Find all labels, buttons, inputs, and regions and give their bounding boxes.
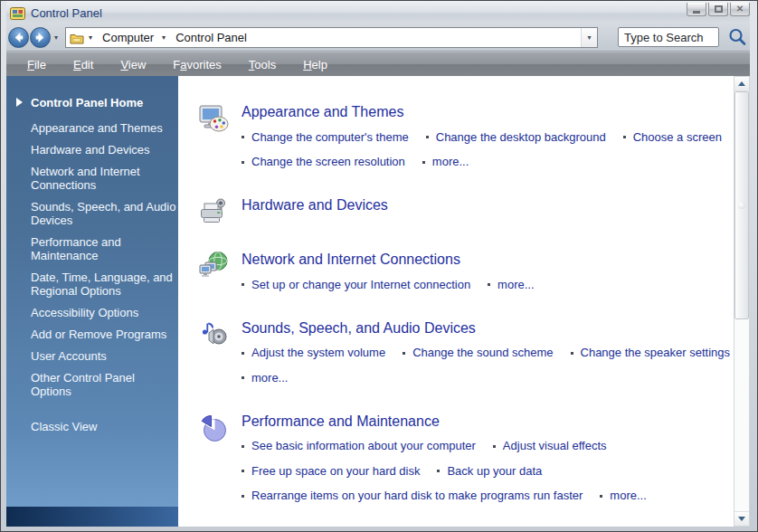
task-link[interactable]: Rearrange items on your hard disk to mak… [251,485,583,507]
sidebar-item-accessibility-options[interactable]: Accessibility Options [6,306,176,319]
bullet-icon [242,136,244,138]
window-title: Control Panel [31,6,102,20]
search-input[interactable] [619,28,718,46]
recent-pages-dropdown[interactable]: ▾ [54,33,58,42]
menu-help[interactable]: Help [289,58,341,71]
sidebar-item-control-panel-home[interactable]: Control Panel Home [6,96,178,109]
task-link-row: See basic information about your compute… [242,432,664,458]
sidebar-item-hardware-and-devices[interactable]: Hardware and Devices [6,143,176,157]
category-title[interactable]: Sounds, Speech, and Audio Devices [242,320,734,337]
task-link[interactable]: See basic information about your compute… [251,435,476,457]
task-link[interactable]: Change the speaker settings [581,342,731,364]
bullet-icon [437,470,440,472]
scrollbar-thumb[interactable] [734,91,749,319]
sidebar-item-classic-view[interactable]: Classic View [6,420,176,433]
task-link-item: Change the speaker settings [571,342,731,364]
performance-icon[interactable] [198,413,231,443]
task-link[interactable]: Change the computer's theme [251,127,409,148]
sidebar-item-other-control-panel-options[interactable]: Other Control Panel Options [6,371,176,398]
task-link[interactable]: Choose a screen [633,127,722,148]
task-link-item: Choose a screen [623,127,722,148]
magnifier-icon[interactable] [726,26,748,48]
back-button[interactable] [8,27,29,48]
address-bar[interactable]: ▾ Computer ▾ Control Panel ▾ [65,27,598,48]
category-body: Sounds, Speech, and Audio DevicesAdjust … [242,319,734,389]
category-list: Appearance and ThemesChange the computer… [178,76,734,527]
task-link[interactable]: more... [497,274,534,296]
task-link-row: Change the screen resolutionmore... [242,148,734,174]
task-link[interactable]: Set up or change your Internet connectio… [251,274,470,296]
task-link-item: more... [242,367,288,389]
menu-edit[interactable]: Edit [60,58,107,71]
task-link[interactable]: more... [251,367,288,389]
bullet-icon [403,352,405,355]
task-link[interactable]: more... [610,485,646,507]
control-panel-icon [10,6,25,20]
sidebar-item-appearance-and-themes[interactable]: Appearance and Themes [6,121,176,135]
bullet-icon [242,376,244,379]
category-body: Performance and MaintenanceSee basic inf… [242,413,664,508]
category-title[interactable]: Hardware and Devices [242,197,388,214]
address-history-dropdown[interactable]: ▾ [581,28,597,47]
task-link[interactable]: Change the screen resolution [251,151,405,173]
sidebar-item-performance-and-maintenance[interactable]: Performance and Maintenance [6,235,176,262]
task-link[interactable]: Change the desktop background [436,127,606,148]
bullet-icon [493,445,496,448]
menu-favorites[interactable]: Favorites [159,58,234,71]
scroll-down-icon [738,517,745,521]
menu-file[interactable]: File [14,58,60,71]
task-link-item: Set up or change your Internet connectio… [242,274,470,296]
breadcrumb-control-panel[interactable]: Control Panel [172,31,251,44]
bullet-icon [242,283,244,286]
task-link[interactable]: Adjust visual effects [503,435,607,457]
vertical-scrollbar[interactable] [734,76,750,527]
scrollbar-up-button[interactable] [734,77,749,91]
appearance-icon[interactable] [198,103,231,134]
task-link[interactable]: Free up space on your hard disk [251,461,420,482]
task-link-item: Change the sound scheme [403,342,553,364]
breadcrumb-separator-icon[interactable]: ▾ [162,33,166,42]
breadcrumb-computer[interactable]: Computer [99,31,157,44]
minimize-button[interactable] [687,3,706,16]
selected-arrow-icon [16,98,23,107]
menu-view[interactable]: View [107,58,159,71]
main-area: Control Panel Home Appearance and Themes… [6,76,750,527]
close-button[interactable]: ✕ [730,3,750,16]
forward-button[interactable] [30,27,51,48]
sidebar-item-sounds-speech-and-audio-devices[interactable]: Sounds, Speech, and Audio Devices [6,200,176,227]
category-title[interactable]: Performance and Maintenance [242,413,664,430]
task-link-row: Change the computer's themeChange the de… [242,123,734,148]
scrollbar-grip-icon [738,202,745,209]
bullet-icon [571,352,573,355]
address-icon-dropdown[interactable]: ▾ [89,33,92,42]
task-link[interactable]: more... [432,151,469,173]
category-body: Network and Internet ConnectionsSet up o… [242,251,552,296]
maximize-button[interactable] [708,3,728,16]
sidebar-item-add-or-remove-programs[interactable]: Add or Remove Programs [6,328,176,341]
task-link[interactable]: Back up your data [447,461,542,482]
hardware-icon[interactable] [198,196,231,227]
task-link-item: more... [600,485,646,507]
bullet-icon [600,495,602,498]
category-title[interactable]: Network and Internet Connections [242,252,552,268]
network-icon[interactable] [198,251,231,281]
search-box[interactable] [618,27,719,47]
task-link[interactable]: Adjust the system volume [251,342,385,364]
category-section: Sounds, Speech, and Audio DevicesAdjust … [198,319,734,389]
sounds-icon[interactable] [198,319,231,350]
scrollbar-down-button[interactable] [734,511,749,526]
maximize-icon [715,5,723,13]
menu-tools[interactable]: Tools [235,58,289,71]
bullet-icon [242,352,244,355]
scrollbar-track[interactable] [734,91,749,511]
category-title[interactable]: Appearance and Themes [242,104,734,120]
task-link[interactable]: Change the sound scheme [412,342,553,364]
task-link-row: Free up space on your hard diskBack up y… [242,457,664,482]
sidebar-item-network-and-internet-connections[interactable]: Network and Internet Connections [6,165,176,192]
sidebar-item-date-time-language-and-regional-options[interactable]: Date, Time, Language, and Regional Optio… [6,271,176,298]
bullet-icon [488,283,490,286]
task-link-item: Free up space on your hard disk [242,461,420,482]
address-folder-icon [70,32,84,43]
task-link-item: more... [422,151,469,173]
sidebar-item-user-accounts[interactable]: User Accounts [6,349,176,363]
